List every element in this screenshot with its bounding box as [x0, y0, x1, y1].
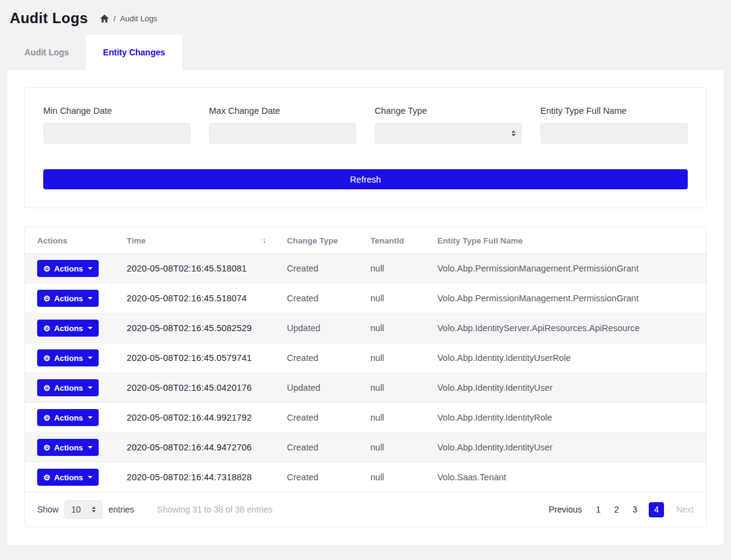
gear-icon: ⚙	[43, 384, 51, 392]
row-actions-button[interactable]: ⚙Actions	[37, 439, 99, 456]
col-header-time[interactable]: Time ↑↓	[115, 227, 275, 254]
tab-entity-changes[interactable]: Entity Changes	[86, 35, 182, 70]
page-size-value: 10	[71, 505, 81, 514]
row-actions-button[interactable]: ⚙Actions	[37, 290, 99, 307]
entity-type-input[interactable]	[540, 123, 688, 144]
sort-desc-icon: ↓	[263, 236, 265, 245]
row-actions-button[interactable]: ⚙Actions	[37, 349, 99, 366]
breadcrumb: / Audit Logs	[100, 14, 157, 23]
row-change-type: Updated	[275, 313, 358, 343]
actions-button-label: Actions	[54, 354, 83, 363]
row-entity-type: Volo.Abp.Identity.IdentityUser	[425, 433, 706, 463]
col-header-tenant-id[interactable]: TenantId	[358, 227, 425, 254]
row-change-type: Created	[275, 403, 358, 433]
row-change-type: Created	[275, 254, 358, 284]
row-tenant-id: null	[358, 343, 425, 373]
breadcrumb-current: Audit Logs	[120, 14, 157, 23]
pagination-next[interactable]: Next	[676, 505, 694, 514]
gear-icon: ⚙	[43, 414, 51, 422]
row-tenant-id: null	[358, 433, 425, 463]
tab-audit-logs[interactable]: Audit Logs	[7, 35, 86, 70]
entity-type-field: Entity Type Full Name	[540, 106, 688, 144]
actions-button-label: Actions	[54, 324, 83, 333]
gear-icon: ⚙	[43, 354, 51, 362]
change-type-label: Change Type	[375, 106, 522, 116]
row-change-type: Created	[275, 433, 358, 463]
row-change-type: Updated	[275, 373, 358, 403]
col-header-change-type[interactable]: Change Type	[275, 227, 358, 254]
row-time: 2020-05-08T02:16:44.9472706	[115, 433, 275, 463]
min-change-date-field: Min Change Date	[43, 106, 191, 144]
show-label: Show	[37, 505, 58, 514]
table-row: ⚙Actions2020-05-08T02:16:44.7318828Creat…	[25, 463, 706, 492]
row-actions-button[interactable]: ⚙Actions	[37, 320, 99, 337]
pagination-page-2[interactable]: 2	[612, 505, 621, 514]
pagination-page-3[interactable]: 3	[630, 505, 639, 514]
row-change-type: Created	[275, 343, 358, 373]
row-actions-button[interactable]: ⚙Actions	[37, 379, 99, 396]
actions-button-label: Actions	[54, 294, 83, 303]
caret-down-icon	[88, 297, 93, 299]
table-footer: Show 10 entries Showing 31 to 38 of 38 e…	[25, 492, 706, 527]
home-icon[interactable]	[100, 15, 109, 23]
pagination-page-1[interactable]: 1	[594, 505, 602, 514]
tab-bar: Audit Logs Entity Changes	[7, 35, 724, 70]
row-tenant-id: null	[358, 313, 425, 343]
gear-icon: ⚙	[43, 444, 51, 452]
select-arrows-icon	[92, 506, 96, 513]
row-actions-button[interactable]: ⚙Actions	[37, 469, 99, 486]
page-header: Audit Logs / Audit Logs	[0, 0, 731, 35]
change-type-select[interactable]	[375, 123, 522, 144]
row-tenant-id: null	[358, 463, 425, 492]
gear-icon: ⚙	[43, 295, 51, 303]
caret-down-icon	[88, 327, 93, 329]
row-entity-type: Volo.Abp.PermissionManagement.Permission…	[425, 254, 706, 284]
caret-down-icon	[88, 267, 93, 270]
table-body: ⚙Actions2020-05-08T02:16:45.518081Create…	[25, 254, 706, 492]
pagination-pages: 1234	[594, 502, 664, 517]
row-time: 2020-05-08T02:16:45.5082529	[115, 313, 275, 343]
page-size-select[interactable]: 10	[65, 500, 102, 519]
row-actions-button[interactable]: ⚙Actions	[37, 260, 99, 277]
max-change-date-input[interactable]	[209, 123, 356, 144]
row-tenant-id: null	[358, 403, 425, 433]
row-actions-button[interactable]: ⚙Actions	[37, 409, 99, 426]
actions-button-label: Actions	[54, 264, 83, 273]
min-change-date-label: Min Change Date	[43, 106, 191, 116]
change-type-field: Change Type	[375, 106, 522, 144]
col-header-entity-type[interactable]: Entity Type Full Name	[425, 227, 706, 254]
actions-button-label: Actions	[54, 473, 83, 482]
row-tenant-id: null	[358, 373, 425, 403]
row-time: 2020-05-08T02:16:44.7318828	[115, 463, 275, 492]
sort-icon[interactable]: ↑↓	[260, 236, 265, 245]
pagination-page-4[interactable]: 4	[649, 502, 664, 517]
max-change-date-label: Max Change Date	[209, 106, 356, 116]
pagination-previous[interactable]: Previous	[549, 505, 582, 514]
showing-info: Showing 31 to 38 of 38 entries	[157, 505, 272, 514]
row-tenant-id: null	[358, 284, 425, 313]
caret-down-icon	[88, 357, 93, 359]
caret-down-icon	[88, 416, 93, 419]
tab-content-panel: Min Change Date Max Change Date Change T…	[7, 70, 724, 545]
actions-button-label: Actions	[54, 383, 83, 393]
refresh-button[interactable]: Refresh	[43, 169, 688, 189]
gear-icon: ⚙	[43, 265, 51, 273]
row-entity-type: Volo.Abp.PermissionManagement.Permission…	[425, 284, 706, 313]
caret-down-icon	[88, 446, 93, 449]
row-entity-type: Volo.Abp.Identity.IdentityUser	[425, 373, 706, 403]
row-time: 2020-05-08T02:16:44.9921792	[115, 403, 275, 433]
entity-changes-table: Actions Time ↑↓ Change Type TenantId Ent…	[25, 227, 706, 492]
row-entity-type: Volo.Abp.IdentityServer.ApiResources.Api…	[425, 313, 706, 343]
row-time: 2020-05-08T02:16:45.518081	[115, 254, 275, 284]
actions-button-label: Actions	[54, 413, 83, 422]
row-tenant-id: null	[358, 254, 425, 284]
table-row: ⚙Actions2020-05-08T02:16:44.9921792Creat…	[25, 403, 706, 433]
page-title: Audit Logs	[10, 10, 88, 27]
row-entity-type: Volo.Abp.Identity.IdentityRole	[425, 403, 706, 433]
row-time: 2020-05-08T02:16:45.0579741	[115, 343, 275, 373]
gear-icon: ⚙	[43, 474, 51, 481]
table-row: ⚙Actions2020-05-08T02:16:44.9472706Creat…	[25, 433, 706, 463]
min-change-date-input[interactable]	[43, 123, 191, 144]
table-card: Actions Time ↑↓ Change Type TenantId Ent…	[24, 226, 707, 527]
table-header-row: Actions Time ↑↓ Change Type TenantId Ent…	[25, 227, 706, 254]
